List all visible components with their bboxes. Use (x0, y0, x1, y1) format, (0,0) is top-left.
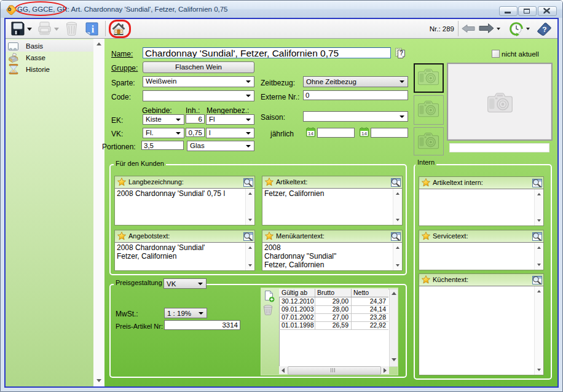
svg-text:?: ? (400, 50, 403, 57)
svg-text:?: ? (542, 25, 547, 34)
svg-text:i: i (92, 24, 95, 34)
